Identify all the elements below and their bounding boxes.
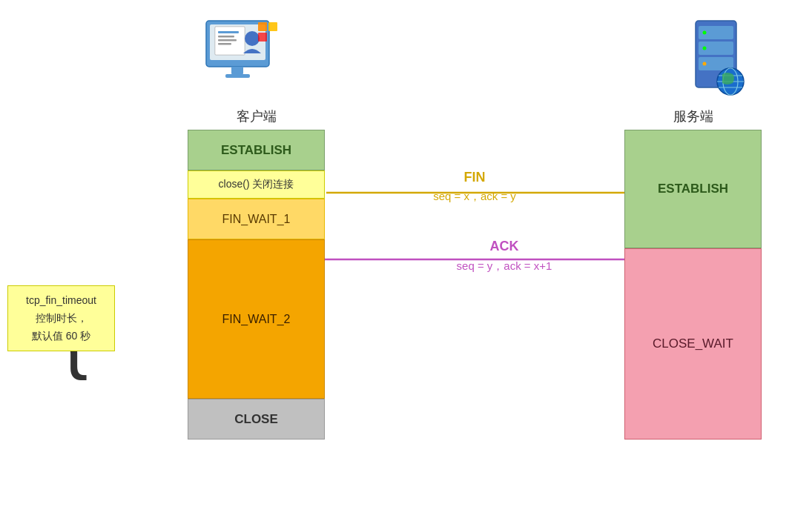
diagram-container: FIN seq = x，ack = y ACK seq = y，ack = x+…	[0, 0, 812, 524]
client-fin-wait-2-state: FIN_WAIT_2	[188, 239, 325, 399]
svg-rect-4	[218, 31, 239, 33]
client-establish-state: ESTABLISH	[188, 130, 325, 170]
svg-rect-12	[258, 33, 267, 42]
server-close-wait-state: CLOSE_WAIT	[624, 248, 762, 440]
svg-rect-16	[699, 42, 733, 55]
client-label: 客户端	[188, 107, 325, 125]
svg-point-21	[717, 68, 744, 95]
svg-rect-6	[218, 39, 237, 42]
client-fin-wait-1-state: FIN_WAIT_1	[188, 199, 325, 239]
svg-rect-10	[225, 74, 250, 78]
client-close-action: close() 关闭连接	[188, 170, 325, 199]
svg-rect-15	[699, 26, 733, 39]
server-column: ESTABLISH CLOSE_WAIT	[624, 130, 762, 440]
server-label: 服务端	[624, 107, 762, 125]
svg-point-20	[703, 62, 707, 66]
server-icon	[696, 21, 744, 95]
svg-rect-3	[215, 27, 245, 55]
svg-rect-1	[210, 24, 265, 60]
svg-rect-17	[699, 57, 733, 70]
svg-point-18	[703, 31, 707, 35]
svg-rect-7	[218, 43, 231, 45]
svg-rect-0	[206, 21, 269, 67]
tcp-fin-timeout-note: tcp_fin_timeout 控制时长， 默认值 60 秒	[7, 285, 115, 351]
client-close-state: CLOSE	[188, 399, 325, 440]
svg-text:seq = x，ack = y: seq = x，ack = y	[433, 190, 516, 202]
svg-rect-5	[218, 36, 234, 38]
svg-rect-11	[258, 22, 267, 31]
svg-point-8	[245, 31, 260, 46]
client-icon	[206, 21, 277, 78]
server-establish-state: ESTABLISH	[624, 130, 762, 248]
svg-rect-13	[268, 22, 277, 31]
svg-rect-14	[696, 21, 736, 87]
svg-point-19	[703, 47, 707, 50]
client-column: ESTABLISH close() 关闭连接 FIN_WAIT_1 FIN_WA…	[188, 130, 325, 440]
svg-rect-9	[231, 67, 243, 74]
svg-text:seq = y，ack = x+1: seq = y，ack = x+1	[457, 259, 552, 272]
svg-point-22	[723, 68, 738, 95]
svg-rect-2	[215, 27, 245, 55]
svg-text:ACK: ACK	[490, 239, 519, 253]
svg-text:FIN: FIN	[464, 170, 486, 185]
